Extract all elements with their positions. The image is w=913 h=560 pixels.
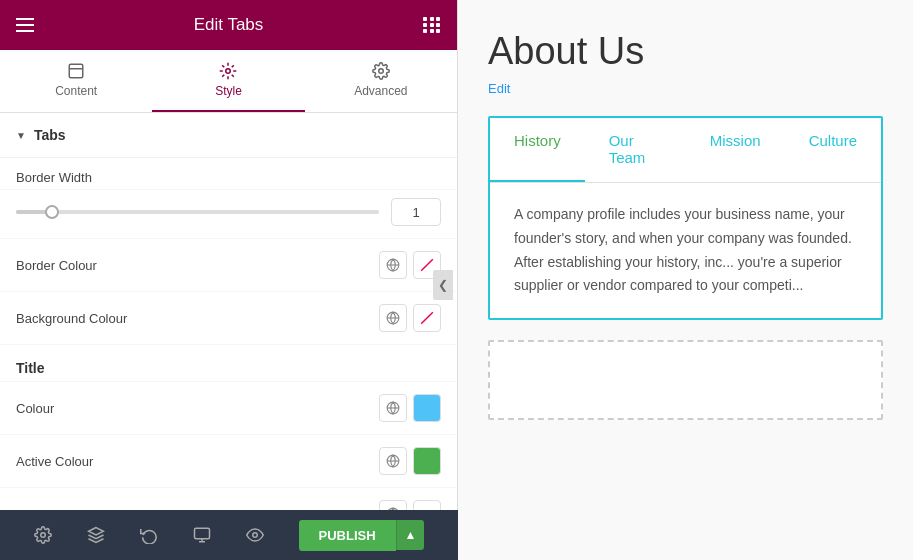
colour-picker[interactable] xyxy=(413,394,441,422)
svg-rect-0 xyxy=(69,64,83,78)
tab-content-label: Content xyxy=(55,84,97,98)
tab-culture[interactable]: Culture xyxy=(785,118,881,182)
svg-point-3 xyxy=(379,69,384,74)
border-width-value[interactable]: 1 xyxy=(391,198,441,226)
title-section-header: Title xyxy=(0,345,457,382)
border-width-row: Border Width xyxy=(0,158,457,190)
border-width-label: Border Width xyxy=(16,170,92,185)
border-colour-label: Border Colour xyxy=(16,258,97,273)
border-colour-global-btn[interactable] xyxy=(379,251,407,279)
panel-collapse-button[interactable]: ❮ xyxy=(433,270,453,300)
colour-controls xyxy=(379,394,441,422)
tabs-header: History Our Team Mission Culture xyxy=(490,118,881,183)
svg-point-21 xyxy=(252,533,257,538)
preview-icon[interactable] xyxy=(246,526,264,544)
background-colour-picker[interactable] xyxy=(413,304,441,332)
tab-navigation: Content Style Advanced xyxy=(0,50,457,113)
svg-marker-17 xyxy=(88,528,103,536)
panel-body: ▼ Tabs Border Width 1 Border Colour xyxy=(0,113,457,560)
svg-line-9 xyxy=(421,312,433,324)
apps-icon[interactable] xyxy=(423,17,441,33)
background-colour-label: Background Colour xyxy=(16,311,127,326)
border-colour-row: Border Colour xyxy=(0,239,457,292)
settings-icon[interactable] xyxy=(34,526,52,544)
tab-style-label: Style xyxy=(215,84,242,98)
colour-row: Colour xyxy=(0,382,457,435)
background-colour-row: Background Colour xyxy=(0,292,457,345)
background-colour-global-btn[interactable] xyxy=(379,304,407,332)
page-title: About Us xyxy=(488,30,883,73)
tab-advanced[interactable]: Advanced xyxy=(305,50,457,112)
dashed-placeholder xyxy=(488,340,883,420)
title-section-label: Title xyxy=(16,360,45,376)
slider-track[interactable] xyxy=(16,210,379,214)
tab-content[interactable]: Content xyxy=(0,50,152,112)
tabs-content-text: A company profile includes your business… xyxy=(514,203,857,298)
tabs-content: A company profile includes your business… xyxy=(490,183,881,318)
history-icon[interactable] xyxy=(140,526,158,544)
responsive-icon[interactable] xyxy=(193,526,211,544)
publish-dropdown-button[interactable]: ▲ xyxy=(396,520,425,550)
active-colour-controls xyxy=(379,447,441,475)
tabs-section-label: Tabs xyxy=(34,127,66,143)
tab-style[interactable]: Style xyxy=(152,50,304,112)
panel-title: Edit Tabs xyxy=(34,15,423,35)
tab-our-team[interactable]: Our Team xyxy=(585,118,686,182)
active-colour-label: Active Colour xyxy=(16,454,93,469)
tab-history[interactable]: History xyxy=(490,118,585,182)
tabs-widget: History Our Team Mission Culture A compa… xyxy=(488,116,883,320)
colour-label: Colour xyxy=(16,401,54,416)
edit-link[interactable]: Edit xyxy=(488,81,883,96)
right-panel: About Us Edit History Our Team Mission C… xyxy=(458,0,913,560)
tab-advanced-label: Advanced xyxy=(354,84,407,98)
tab-mission[interactable]: Mission xyxy=(686,118,785,182)
collapse-arrow-icon: ▼ xyxy=(16,130,26,141)
publish-button[interactable]: PUBLISH xyxy=(299,520,396,551)
background-colour-controls xyxy=(379,304,441,332)
active-colour-global-btn[interactable] xyxy=(379,447,407,475)
bottom-bar: PUBLISH ▲ xyxy=(0,510,458,560)
svg-rect-18 xyxy=(194,528,209,539)
top-bar: Edit Tabs xyxy=(0,0,457,50)
hamburger-icon[interactable] xyxy=(16,18,34,32)
colour-global-btn[interactable] xyxy=(379,394,407,422)
svg-point-2 xyxy=(226,69,231,74)
tabs-section-header[interactable]: ▼ Tabs xyxy=(0,113,457,158)
active-colour-picker[interactable] xyxy=(413,447,441,475)
border-width-slider-row: 1 xyxy=(0,190,457,239)
svg-line-6 xyxy=(421,259,433,271)
active-colour-row: Active Colour xyxy=(0,435,457,488)
border-colour-controls xyxy=(379,251,441,279)
svg-point-16 xyxy=(40,533,45,538)
publish-btn-group: PUBLISH ▲ xyxy=(299,520,425,551)
layers-icon[interactable] xyxy=(87,526,105,544)
